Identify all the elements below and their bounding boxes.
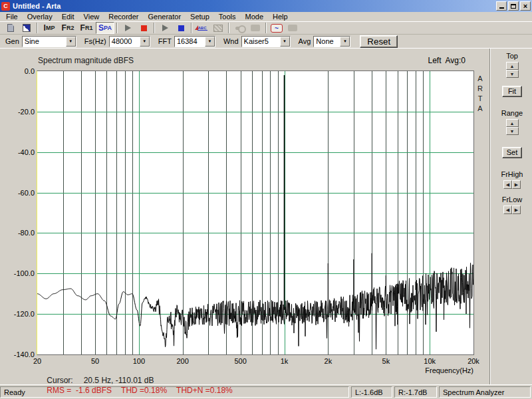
x-tick-label: 50 <box>80 357 110 365</box>
wnd-select[interactable]: Kaiser5 ▼ <box>241 36 291 47</box>
channel-info: Left Avg:0 <box>359 56 466 65</box>
set-button[interactable]: Set <box>502 147 522 158</box>
x-tick-label: 20 <box>22 357 53 365</box>
top-up-button[interactable]: ▲ <box>506 62 519 70</box>
status-bar: Ready L:-1.6dB R:-1.7dB Spectrum Analyze… <box>0 384 532 399</box>
toolbar-separator <box>265 23 267 33</box>
chevron-down-icon[interactable]: ▼ <box>140 37 150 47</box>
frlow-left-button[interactable]: ◀ <box>503 205 512 214</box>
arta-window: C Untitled - Arta × FileOverlayEditViewR… <box>0 0 532 399</box>
play-icon <box>162 25 168 31</box>
chevron-down-icon[interactable]: ▼ <box>280 37 290 47</box>
frhigh-left-button[interactable]: ◀ <box>503 180 512 189</box>
blank-icon <box>251 25 260 31</box>
menu-item-mode[interactable]: Mode <box>240 12 268 21</box>
status-ready: Ready <box>0 386 349 398</box>
chevron-down-icon[interactable]: ▼ <box>340 37 350 47</box>
arta-watermark-letter: R <box>475 84 485 92</box>
range-up-button[interactable]: ▲ <box>506 119 519 127</box>
top-stepper: ▲ ▼ <box>506 62 519 78</box>
fft-select[interactable]: 16384 ▼ <box>174 36 215 47</box>
toolbar-separator <box>228 23 229 33</box>
fs-select[interactable]: 48000 ▼ <box>109 36 150 47</box>
top-label: Top <box>506 52 518 60</box>
menu-item-generator[interactable]: Generator <box>144 12 186 21</box>
frlow-right-button[interactable]: ▶ <box>512 205 521 214</box>
fit-button[interactable]: Fit <box>502 86 522 97</box>
menu-item-help[interactable]: Help <box>268 12 293 21</box>
fr1-mode-button[interactable]: FR1 <box>77 22 96 34</box>
toolbar-separator <box>37 23 38 33</box>
y-tick-label: -80.0 <box>5 228 35 237</box>
arta-watermark-letter: T <box>475 94 485 102</box>
imp-mode-button[interactable]: IMP <box>40 22 59 34</box>
x-tick-label: 5k <box>370 357 401 365</box>
avg-label: Avg <box>299 37 311 45</box>
status-left-level: L:-1.6dB <box>351 386 392 398</box>
overlay-button[interactable] <box>19 22 35 34</box>
menu-item-file[interactable]: File <box>1 12 23 21</box>
playback-stop-button[interactable] <box>173 22 189 34</box>
fr2-mode-button[interactable]: FR2 <box>59 22 77 34</box>
record-stop-button[interactable] <box>136 22 152 34</box>
toolbar-separator <box>191 23 192 33</box>
menu-item-recorder[interactable]: Recorder <box>104 12 143 21</box>
toolbar-separator <box>154 23 155 33</box>
frhigh-stepper: ◀ ▶ <box>503 180 521 189</box>
signal-generator-button[interactable]: ~ <box>269 22 285 34</box>
chevron-down-icon[interactable]: ▼ <box>66 37 76 47</box>
x-tick-label: 1k <box>269 357 300 365</box>
x-tick-label: 2k <box>313 357 343 365</box>
frhigh-right-button[interactable]: ▶ <box>512 180 521 189</box>
spectrum-canvas[interactable] <box>37 71 473 354</box>
freq-axis-label: Frequency(Hz) <box>399 366 473 374</box>
window-title: Untitled - Arta <box>13 2 495 10</box>
spectrum-plot <box>37 70 474 355</box>
abc-icon: ABC <box>198 26 207 31</box>
disabled-blank-button-2 <box>285 22 301 34</box>
menu-item-setup[interactable]: Setup <box>186 12 214 21</box>
spa-mode-button[interactable]: SPA <box>96 22 114 34</box>
menu-item-edit[interactable]: Edit <box>57 12 79 21</box>
hatch-icon <box>213 25 223 32</box>
playback-start-button[interactable] <box>157 22 173 34</box>
chevron-down-icon[interactable]: ▼ <box>205 37 215 47</box>
record-stop-icon <box>141 25 147 31</box>
calibrate-button[interactable]: ABC <box>194 22 210 34</box>
range-down-button[interactable]: ▼ <box>506 127 519 135</box>
menu-bar: FileOverlayEditViewRecorderGeneratorSetu… <box>0 12 532 21</box>
plot-title: Spectrum magnitude dBFS <box>38 56 134 65</box>
restore-button[interactable] <box>508 1 519 11</box>
main-toolbar: IMP FR2 FR1 SPA ABC ~ <box>0 21 532 35</box>
y-tick-label: 0.0 <box>5 66 35 76</box>
gen-select[interactable]: Sine ▼ <box>22 36 76 47</box>
range-stepper: ▲ ▼ <box>506 119 519 135</box>
app-icon: C <box>1 2 10 11</box>
frlow-stepper: ◀ ▶ <box>503 205 521 214</box>
disabled-hatch-button <box>210 22 226 34</box>
disabled-tool-button <box>231 22 247 34</box>
menu-item-tools[interactable]: Tools <box>214 12 241 21</box>
arta-watermark-letter: A <box>475 74 485 82</box>
menu-item-overlay[interactable]: Overlay <box>23 12 57 21</box>
minimize-button[interactable] <box>496 1 507 11</box>
status-mode: Spectrum Analyzer <box>439 386 531 398</box>
reset-button[interactable]: Reset <box>360 35 398 48</box>
close-button[interactable]: × <box>520 1 531 11</box>
file-new-button[interactable] <box>3 22 19 34</box>
key-icon <box>235 27 244 30</box>
status-right-level: R:-1.7dB <box>394 386 437 398</box>
frlow-label: FrLow <box>502 196 523 203</box>
blank-icon <box>288 25 297 31</box>
avg-select[interactable]: None ▼ <box>313 36 350 47</box>
close-icon: × <box>523 3 527 9</box>
x-tick-label: 100 <box>124 357 154 365</box>
menu-item-view[interactable]: View <box>79 12 104 21</box>
new-file-icon <box>7 24 14 32</box>
restore-icon <box>511 4 516 9</box>
top-down-button[interactable]: ▼ <box>506 70 519 78</box>
fs-label: Fs(Hz) <box>84 37 106 45</box>
record-start-button[interactable] <box>120 22 136 34</box>
stop-icon <box>178 25 184 31</box>
toolbar-separator <box>116 23 118 33</box>
